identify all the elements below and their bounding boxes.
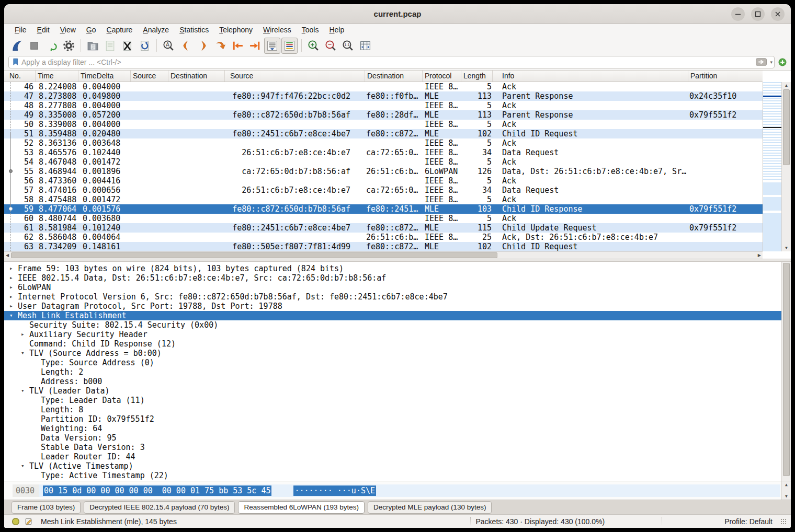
scrollbar-thumb[interactable] (783, 89, 790, 165)
menu-item-tools[interactable]: Tools (297, 25, 324, 34)
detail-row[interactable]: ▸User Datagram Protocol, Src Port: 19788… (4, 302, 781, 311)
byte-tab-3[interactable]: Decrypted MLE payload (130 bytes) (368, 501, 492, 514)
packet-row[interactable]: 528.3631360.003648IEEE 8…5Ack (4, 138, 763, 148)
packet-row[interactable]: 628.5860480.00406426:51:c6:b…IEEE 8…25Ac… (4, 233, 763, 242)
expanded-arrow-icon[interactable]: ▾ (9, 311, 18, 320)
detail-row[interactable]: Security Suite: 802.15.4 Security (0x00) (4, 320, 781, 330)
collapsed-arrow-icon[interactable]: ▸ (9, 292, 18, 302)
detail-row[interactable]: Data Version: 95 (4, 433, 781, 443)
menu-item-edit[interactable]: Edit (32, 25, 55, 34)
add-filter-button[interactable] (778, 58, 787, 66)
column-header-timedelta[interactable]: TimeDelta (78, 71, 131, 82)
detail-row[interactable]: ▸Internet Protocol Version 6, Src: fe80:… (4, 292, 781, 302)
menu-item-file[interactable]: File (9, 25, 32, 34)
packet-row[interactable]: 638.7342090.148161fe80::505e:f807:7f81:4… (4, 242, 763, 251)
bytes-scrollbar[interactable]: ▲ ▼ (781, 481, 791, 500)
expanded-arrow-icon[interactable]: ▾ (21, 461, 29, 471)
scroll-right-arrow-icon[interactable]: ▶ (758, 252, 761, 259)
find-packet-icon[interactable]: A (161, 38, 177, 54)
auto-scroll-icon[interactable] (264, 38, 280, 54)
packet-row[interactable]: 588.4754880.001472IEEE 8…5Ack (4, 195, 763, 204)
collapsed-arrow-icon[interactable]: ▸ (9, 283, 18, 292)
column-header-partition[interactable]: Partition (688, 71, 763, 82)
collapsed-arrow-icon[interactable]: ▸ (9, 264, 18, 273)
detail-row[interactable]: ▸6LoWPAN (4, 283, 781, 292)
menu-item-statistics[interactable]: Statistics (174, 25, 214, 34)
hex-bytes-selected[interactable]: 00 15 0d 00 00 00 00 00 00 00 01 75 bb 5… (43, 485, 271, 496)
detail-row[interactable]: Leader Router ID: 44 (4, 452, 781, 461)
detail-row[interactable]: ▾TLV (Active Timestamp) (4, 461, 781, 471)
detail-row[interactable]: Partition ID: 0x79f551f2 (4, 414, 781, 424)
capture-restart-icon[interactable]: ath d="M4.5 20.8 C5.2 10 11 4.6 19.6 3.2… (43, 38, 60, 54)
detail-row[interactable]: Length: 8 (4, 405, 781, 414)
maximize-button[interactable] (751, 7, 765, 21)
capture-stop-icon[interactable] (26, 38, 42, 54)
collapsed-arrow-icon[interactable]: ▸ (21, 330, 29, 339)
colorize-icon[interactable] (281, 38, 298, 54)
minimize-button[interactable] (731, 7, 745, 21)
packet-list-minimap[interactable] (763, 82, 781, 251)
packet-row[interactable]: 598.4770640.001576fe80::c872:650d:b7b8:5… (4, 204, 763, 214)
capture-start-icon[interactable] (9, 38, 25, 54)
column-header-destination[interactable]: Destination (168, 71, 225, 82)
capture-options-icon[interactable] (61, 38, 77, 54)
menu-item-telephony[interactable]: Telephony (214, 25, 258, 34)
packet-row[interactable]: 508.3390080.004000IEEE 8…5Ack (4, 120, 763, 129)
detail-row[interactable]: Type: Leader Data (11) (4, 396, 781, 405)
byte-tab-1[interactable]: Decrypted IEEE 802.15.4 payload (70 byte… (84, 501, 235, 514)
detail-row[interactable]: Weighting: 64 (4, 424, 781, 433)
packet-row[interactable]: 478.2738080.049800fe80::947f:f476:22bc:c… (4, 91, 763, 101)
packet-list-vertical-scrollbar[interactable]: ▲ ▼ (781, 82, 791, 251)
close-button[interactable] (771, 7, 785, 21)
scroll-down-arrow-icon[interactable]: ▼ (782, 246, 791, 250)
apply-filter-button[interactable] (756, 58, 767, 66)
column-header-length[interactable]: Length (461, 71, 493, 82)
packet-row[interactable]: 518.3594880.020480fe80::2451:c6b7:e8ce:4… (4, 129, 763, 138)
hex-row[interactable]: 0030 00 15 0d 00 00 00 00 00 00 00 01 75… (13, 484, 780, 497)
menu-item-capture[interactable]: Capture (101, 25, 138, 34)
collapsed-arrow-icon[interactable]: ▸ (9, 302, 18, 311)
go-back-icon[interactable] (178, 38, 194, 54)
scroll-left-arrow-icon[interactable]: ◀ (6, 252, 9, 259)
column-header-source[interactable]: Source (131, 71, 168, 82)
column-header-source[interactable]: Source (225, 71, 365, 82)
detail-row[interactable]: Address: b000 (4, 377, 781, 386)
file-close-icon[interactable] (119, 38, 135, 54)
file-save-icon[interactable] (102, 38, 118, 54)
packet-list-horizontal-scrollbar[interactable]: ◀ ▶ (4, 251, 763, 259)
menu-item-analyze[interactable]: Analyze (138, 25, 174, 34)
column-header-destination[interactable]: Destination (365, 71, 423, 82)
reload-icon[interactable] (137, 38, 153, 54)
packet-row[interactable]: 548.4670480.001472IEEE 8…5Ack (4, 157, 763, 167)
detail-row[interactable]: ▾Mesh Link Establishment (4, 311, 781, 320)
packet-row[interactable]: 538.4655760.10244026:51:c6:b7:e8:ce:4b:e… (4, 148, 763, 157)
scroll-up-arrow-icon[interactable]: ▲ (782, 482, 791, 487)
go-forward-icon[interactable] (195, 38, 211, 54)
collapsed-arrow-icon[interactable]: ▸ (9, 273, 18, 283)
scroll-up-arrow-icon[interactable]: ▲ (782, 83, 791, 88)
zoom-out-icon[interactable]: − (323, 38, 339, 54)
detail-row[interactable]: Command: Child ID Response (12) (4, 339, 781, 349)
detail-vertical-scrollbar[interactable] (781, 262, 791, 481)
byte-tab-0[interactable]: Frame (103 bytes) (12, 501, 81, 514)
display-filter-input[interactable] (21, 58, 756, 66)
zoom-original-icon[interactable]: 1:1 (340, 38, 356, 54)
detail-row[interactable]: ▾TLV (Source Address = b0:00) (4, 349, 781, 358)
go-first-packet-icon[interactable] (230, 38, 246, 54)
column-header-no-[interactable]: No. (4, 71, 36, 82)
packet-row[interactable]: 568.4733600.004416IEEE 8…5Ack (4, 176, 763, 186)
menu-item-help[interactable]: Help (324, 25, 349, 34)
detail-row[interactable]: ▸Auxiliary Security Header (4, 330, 781, 339)
detail-row[interactable]: Stable Data Version: 3 (4, 443, 781, 452)
packet-row[interactable]: 468.2240080.004000IEEE 8…5Ack (4, 82, 763, 91)
scroll-down-arrow-icon[interactable]: ▼ (782, 494, 791, 499)
expanded-arrow-icon[interactable]: ▾ (21, 349, 29, 358)
detail-row[interactable]: Type: Active Timestamp (22) (4, 471, 781, 480)
hex-ascii-selected[interactable]: ········ ···u·S\E (293, 485, 376, 496)
packet-row[interactable]: 578.4740160.00065626:51:c6:b7:e8:ce:4b:e… (4, 186, 763, 195)
menu-item-view[interactable]: View (55, 25, 81, 34)
detail-row[interactable]: ▾TLV (Leader Data) (4, 386, 781, 396)
zoom-in-icon[interactable]: + (305, 38, 322, 54)
resize-columns-icon[interactable] (357, 38, 373, 54)
scrollbar-thumb[interactable] (783, 263, 790, 476)
